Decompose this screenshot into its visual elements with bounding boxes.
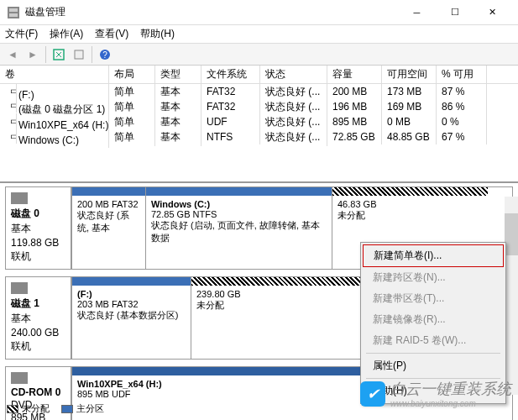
menu-file[interactable]: 文件(F) [5,27,38,41]
scrollbar[interactable] [505,197,518,395]
maximize-button[interactable]: ☐ [436,1,474,24]
col-free[interactable]: 可用空间 [382,66,437,83]
svg-rect-2 [9,13,18,17]
disk-icon [11,372,28,384]
ctx-new-raid5: 新建 RAID-5 卷(W)... [363,330,504,351]
ctx-new-stripe: 新建带区卷(T)... [363,288,504,309]
refresh-button[interactable] [50,45,68,64]
disk-info[interactable]: 磁盘 1基本240.00 GB联机 [6,277,71,359]
toolbar: ◄ ► ? [0,44,518,66]
legend-unalloc-label: 未分配 [22,403,50,413]
minimize-button[interactable]: ─ [398,1,436,24]
disk-icon [11,282,28,294]
col-volume[interactable]: 卷 [0,66,109,83]
close-button[interactable]: ✕ [474,1,511,24]
app-icon [7,6,20,19]
legend-unalloc-swatch [7,405,18,413]
ctx-new-mirror: 新建镜像卷(R)... [363,309,504,330]
svg-rect-1 [9,8,18,12]
partition[interactable]: 200 MB FAT32状态良好 (系统, 基本 [71,187,145,269]
menu-help[interactable]: 帮助(H) [140,27,175,41]
svg-rect-4 [75,50,83,59]
menu-action[interactable]: 操作(A) [50,27,83,41]
legend-primary-label: 主分区 [76,403,104,413]
volume-list[interactable]: 卷 布局 类型 文件系统 状态 容量 可用空间 % 可用 ▭(F:)简单基本FA… [0,66,518,183]
ctx-properties[interactable]: 属性(P) [363,355,504,376]
col-type[interactable]: 类型 [155,66,201,83]
disk-icon [11,192,28,204]
ctx-new-span: 新建跨区卷(N)... [363,267,504,288]
col-pctfree[interactable]: % 可用 [437,66,487,83]
watermark-icon: ✔ [360,381,385,407]
col-fs[interactable]: 文件系统 [201,66,260,83]
menubar: 文件(F) 操作(A) 查看(V) 帮助(H) [0,25,518,44]
partition[interactable]: Windows (C:)72.85 GB NTFS状态良好 (启动, 页面文件,… [145,187,332,269]
toolbar-divider [92,46,92,63]
watermark-text: 白云一键重装系统 [390,381,511,397]
legend: 未分配 主分区 [7,402,104,415]
action-button[interactable] [70,45,88,64]
col-layout[interactable]: 布局 [109,66,155,83]
back-button: ◄ [3,45,22,64]
toolbar-divider [45,46,46,63]
watermark-sub: www.baiyunxitong.com [390,399,511,408]
ctx-new-simple[interactable]: 新建简单卷(I)... [363,244,504,267]
forward-button: ► [24,45,42,64]
watermark: ✔ 白云一键重装系统 www.baiyunxitong.com [360,379,511,408]
titlebar: 磁盘管理 ─ ☐ ✕ [0,0,518,25]
col-status[interactable]: 状态 [260,66,327,83]
ctx-separator [366,353,500,354]
col-capacity[interactable]: 容量 [327,66,382,83]
legend-primary-swatch [61,405,73,413]
scroll-thumb[interactable] [505,213,518,255]
partition[interactable]: (F:)203 MB FAT32状态良好 (基本数据分区) [71,277,191,359]
svg-text:?: ? [102,50,107,60]
list-header: 卷 布局 类型 文件系统 状态 容量 可用空间 % 可用 [0,66,518,84]
disk-info[interactable]: 磁盘 0基本119.88 GB联机 [6,187,71,269]
help-button[interactable]: ? [96,45,114,64]
menu-view[interactable]: 查看(V) [95,27,128,41]
table-row[interactable]: ▭Windows (C:)简单基本NTFS状态良好 (...72.85 GB48… [0,129,518,144]
window-title: 磁盘管理 [25,5,398,19]
